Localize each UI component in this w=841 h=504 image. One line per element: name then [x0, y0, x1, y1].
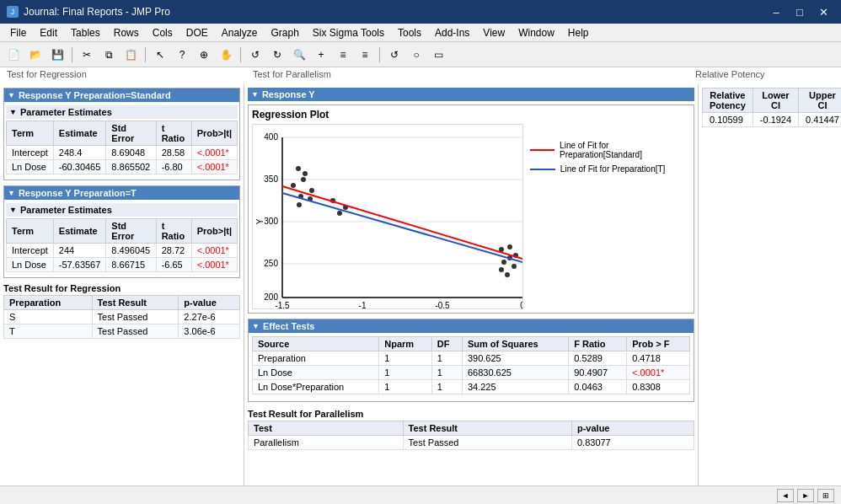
cut-button[interactable]: ✂: [77, 46, 97, 64]
menu-item-doe[interactable]: DOE: [179, 25, 215, 40]
svg-text:250: 250: [264, 259, 278, 268]
menu-item-graph[interactable]: Graph: [264, 25, 305, 40]
tool2-button[interactable]: ?: [172, 46, 192, 64]
t-param-estimates-header: ▼ Parameter Estimates: [6, 203, 238, 217]
svg-text:400: 400: [264, 132, 278, 142]
menu-item-rows[interactable]: Rows: [107, 25, 146, 40]
menu-item-edit[interactable]: Edit: [33, 25, 64, 40]
std-param-estimates-header: ▼ Parameter Estimates: [6, 105, 238, 119]
et-col-probf: Prob > F: [627, 337, 690, 351]
separator-2: [145, 47, 146, 62]
et-col-nparm: Nparm: [379, 337, 431, 351]
window-controls: – □ ✕: [765, 3, 834, 20]
legend-standard: Line of Fit for Preparation[Standard]: [530, 141, 690, 159]
tool1-button[interactable]: ↖: [150, 46, 170, 64]
svg-point-23: [303, 171, 308, 176]
grid-button[interactable]: ⊞: [817, 489, 834, 502]
legend-label-standard: Line of Fit for Preparation[Standard]: [560, 141, 690, 159]
svg-point-24: [297, 202, 302, 207]
table-row: Parallelism Test Passed 0.83077: [249, 436, 694, 450]
svg-point-31: [512, 264, 517, 269]
collapse-triangle-std[interactable]: ▼: [8, 91, 15, 99]
svg-point-22: [309, 188, 314, 193]
tool12-button[interactable]: ○: [406, 46, 426, 64]
par-col-test: Test: [249, 421, 404, 436]
parallelism-result-label: Test Result for Parallelism: [248, 409, 694, 419]
menu-item-file[interactable]: File: [3, 25, 33, 40]
table-row: 0.10599 -0.1924 0.41447: [703, 113, 842, 127]
tool11-button[interactable]: ↺: [384, 46, 404, 64]
status-bar: ◄ ► ⊞: [0, 485, 841, 504]
svg-point-32: [501, 260, 506, 265]
rp-col-upper: Upper CI: [799, 88, 841, 113]
effect-tests-content: Source Nparm DF Sum of Squares F Ratio P…: [249, 333, 694, 401]
tool10-button[interactable]: ≡: [355, 46, 375, 64]
svg-line-38: [282, 193, 522, 262]
tool6-button[interactable]: ↻: [267, 46, 287, 64]
test-regression-result-label: Test Result for Regression: [3, 283, 240, 293]
tool3-button[interactable]: ⊕: [194, 46, 214, 64]
et-col-source: Source: [253, 337, 379, 351]
relative-potency-header-label: Relative Potency: [695, 69, 765, 79]
open-button[interactable]: 📂: [25, 46, 46, 64]
collapse-triangle-ry[interactable]: ▼: [251, 90, 259, 99]
rp-col-potency: Relative Potency: [703, 88, 753, 113]
separator-4: [379, 47, 380, 62]
parallelism-table: Test Test Result p-value Parallelism Tes…: [248, 421, 694, 450]
table-row: Ln Dose -60.30465 8.865502 -6.80 <.0001*: [7, 160, 238, 174]
menu-item-tools[interactable]: Tools: [391, 25, 428, 40]
tool5-button[interactable]: ↺: [245, 46, 265, 64]
regression-plot-section: Regression Plot 400 350 300 250 200: [248, 105, 694, 314]
std-col-stderr: Std Error: [106, 121, 156, 146]
paste-button[interactable]: 📋: [121, 46, 141, 64]
collapse-triangle-std-param[interactable]: ▼: [9, 108, 17, 116]
standard-prep-section: ▼ Response Y Preparation=Standard ▼ Para…: [3, 88, 240, 180]
tool4-button[interactable]: ✋: [216, 46, 236, 64]
table-row: T Test Passed 3.06e-6: [4, 324, 240, 339]
svg-point-36: [505, 272, 510, 277]
minimize-button[interactable]: –: [765, 3, 787, 20]
et-col-df: DF: [431, 337, 462, 351]
collapse-triangle-et[interactable]: ▼: [252, 322, 260, 330]
reg-col-pvalue: p-value: [179, 296, 240, 310]
menu-item-add-ins[interactable]: Add-Ins: [428, 25, 476, 40]
tool8-button[interactable]: +: [311, 46, 331, 64]
collapse-triangle-t[interactable]: ▼: [8, 189, 15, 197]
menu-item-help[interactable]: Help: [561, 25, 596, 40]
maximize-button[interactable]: □: [789, 3, 811, 20]
tool9-button[interactable]: ≡: [333, 46, 353, 64]
svg-point-33: [507, 244, 512, 249]
tool7-button[interactable]: 🔍: [289, 46, 309, 64]
reg-col-prep: Preparation: [4, 296, 93, 310]
std-param-table: Term Estimate Std Error t Ratio Prob>|t|…: [6, 121, 238, 174]
menu-bar: FileEditTablesRowsColsDOEAnalyzeGraphSix…: [0, 24, 841, 42]
svg-text:350: 350: [264, 174, 278, 184]
tool13-button[interactable]: ▭: [428, 46, 448, 64]
menu-item-analyze[interactable]: Analyze: [215, 25, 265, 40]
nav-prev-button[interactable]: ◄: [777, 489, 794, 502]
standard-prep-header: ▼ Response Y Preparation=Standard: [4, 88, 239, 102]
par-col-result: Test Result: [403, 421, 571, 436]
toolbar: 📄 📂 💾 ✂ ⧉ 📋 ↖ ? ⊕ ✋ ↺ ↻ 🔍 + ≡ ≡ ↺ ○ ▭: [0, 42, 841, 67]
legend-line-standard: [530, 149, 554, 151]
menu-item-six-sigma-tools[interactable]: Six Sigma Tools: [306, 25, 391, 40]
menu-item-tables[interactable]: Tables: [64, 25, 107, 40]
menu-item-window[interactable]: Window: [512, 25, 561, 40]
relative-potency-table: Relative Potency Lower CI Upper CI 0.105…: [702, 88, 841, 127]
save-button[interactable]: 💾: [47, 46, 67, 64]
effect-tests-header: ▼ Effect Tests: [249, 319, 694, 333]
menu-item-cols[interactable]: Cols: [146, 25, 179, 40]
plot-legend: Line of Fit for Preparation[Standard] Li…: [530, 124, 690, 309]
svg-text:-0.5: -0.5: [435, 301, 450, 309]
close-button[interactable]: ✕: [812, 3, 834, 20]
collapse-triangle-t-param[interactable]: ▼: [9, 206, 17, 214]
t-col-estimate: Estimate: [53, 219, 106, 244]
legend-t: Line of Fit for Preparation[T]: [530, 164, 690, 174]
std-col-estimate: Estimate: [53, 121, 106, 146]
new-button[interactable]: 📄: [3, 46, 24, 64]
nav-next-button[interactable]: ►: [797, 489, 814, 502]
svg-line-37: [282, 186, 522, 259]
copy-button[interactable]: ⧉: [99, 46, 119, 64]
menu-item-view[interactable]: View: [476, 25, 512, 40]
t-col-tratio: t Ratio: [156, 219, 191, 244]
